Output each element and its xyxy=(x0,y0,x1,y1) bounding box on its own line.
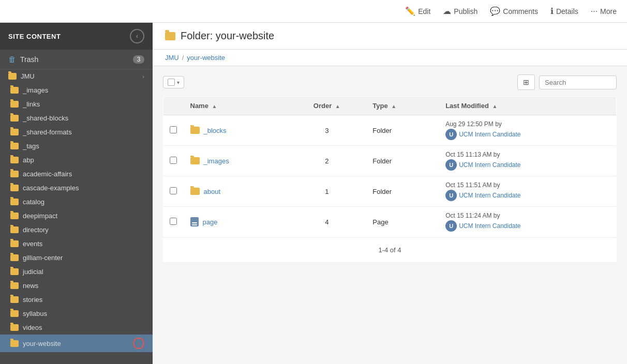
content-area: Folder: your-website JMU / your-website … xyxy=(153,23,627,364)
sidebar-header: SITE CONTENT ‹ xyxy=(0,23,153,50)
sidebar-label-directory: directory xyxy=(23,226,144,234)
sidebar-item-_links[interactable]: _links xyxy=(0,97,153,111)
sidebar-collapse-button[interactable]: ‹ xyxy=(130,29,144,43)
row-modified-about: Oct 15 11:51 AM byUUCM Intern Candidate xyxy=(439,176,616,207)
view-toggle-button[interactable]: ⊞ xyxy=(517,74,535,90)
row-modified-user-_images: UUCM Intern Candidate xyxy=(445,159,610,171)
sidebar-label-_tags: _tags xyxy=(23,142,144,150)
col-order[interactable]: Order ▲ xyxy=(287,97,366,115)
row-checkbox-page[interactable] xyxy=(170,218,177,225)
publish-icon: ☁ xyxy=(443,6,451,16)
more-action[interactable]: ··· More xyxy=(591,7,617,16)
row-checkbox-_images[interactable] xyxy=(170,157,177,164)
row-name-link-_blocks[interactable]: _blocks xyxy=(204,127,227,134)
folder-icon-videos xyxy=(10,324,19,331)
row-order-about: 1 xyxy=(287,176,366,207)
sidebar-item-jmu[interactable]: JMU › xyxy=(0,69,153,83)
trash-item[interactable]: 🗑 Trash 3 xyxy=(0,50,153,69)
col-name[interactable]: Name ▲ xyxy=(184,97,288,115)
row-name-link-page[interactable]: page xyxy=(203,218,218,226)
pagination-text: 1-4 of 4 xyxy=(378,246,401,254)
sidebar-item-events[interactable]: events xyxy=(0,237,153,251)
row-username-_blocks: UCM Intern Candidate xyxy=(459,131,520,138)
publish-action[interactable]: ☁ Publish xyxy=(443,6,477,16)
search-input[interactable] xyxy=(539,75,617,89)
sidebar-label-_links: _links xyxy=(23,100,144,108)
row-modified-user-_blocks: UUCM Intern Candidate xyxy=(445,129,610,140)
sidebar-item-_images[interactable]: _images xyxy=(0,83,153,97)
breadcrumb-path[interactable]: your-website xyxy=(187,54,225,62)
sidebar-item-cascade-examples[interactable]: cascade-examples xyxy=(0,181,153,195)
dropdown-arrow-icon: ▾ xyxy=(177,80,180,85)
sidebar-tree: _images_links_shared-blocks_shared-forma… xyxy=(0,83,153,352)
sidebar-item-judicial[interactable]: judicial xyxy=(0,265,153,279)
file-toolbar: ▾ ⊞ xyxy=(163,74,617,90)
folder-icon-judicial xyxy=(10,268,19,275)
folder-icon-news xyxy=(10,282,19,289)
folder-icon-gilliam-center xyxy=(10,254,19,261)
expand-icon-your-website[interactable]: › xyxy=(133,338,144,349)
edit-action[interactable]: ✏️ Edit xyxy=(405,6,430,16)
checkbox-all[interactable] xyxy=(168,79,175,86)
details-action[interactable]: ℹ Details xyxy=(550,6,578,16)
sidebar-title: SITE CONTENT xyxy=(8,33,61,40)
row-order-_blocks: 3 xyxy=(287,115,366,146)
sidebar-item-videos[interactable]: videos xyxy=(0,321,153,335)
sidebar-item-news[interactable]: news xyxy=(0,279,153,293)
sidebar-label-_shared-formats: _shared-formats xyxy=(23,128,144,136)
col-last-modified[interactable]: Last Modified ▲ xyxy=(439,97,616,115)
sidebar-item-directory[interactable]: directory xyxy=(0,223,153,237)
sidebar-item-stories[interactable]: stories xyxy=(0,293,153,307)
sidebar-item-syllabus[interactable]: syllabus xyxy=(0,307,153,321)
row-checkbox-_blocks[interactable] xyxy=(170,126,177,133)
folder-icon-_shared-blocks xyxy=(10,115,19,122)
breadcrumb-separator: / xyxy=(182,54,184,62)
sidebar-label-events: events xyxy=(23,240,144,248)
pagination: 1-4 of 4 xyxy=(163,237,617,262)
sidebar-label-your-website: your-website xyxy=(23,340,133,347)
publish-label: Publish xyxy=(454,7,477,16)
row-name-link-_images[interactable]: _images xyxy=(204,157,229,165)
sidebar-label-_shared-blocks: _shared-blocks xyxy=(23,114,144,122)
sidebar-item-your-website[interactable]: your-website› xyxy=(0,335,153,352)
row-page-icon-page xyxy=(190,217,199,226)
row-name-link-about[interactable]: about xyxy=(204,188,221,195)
sidebar-label-news: news xyxy=(23,282,144,290)
edit-icon: ✏️ xyxy=(405,6,415,16)
jmu-label: JMU xyxy=(21,72,142,80)
breadcrumb-root[interactable]: JMU xyxy=(165,54,179,62)
comments-label: Comments xyxy=(503,7,538,16)
comments-icon: 💬 xyxy=(490,6,500,16)
details-icon: ℹ xyxy=(550,6,554,16)
row-avatar-about: U xyxy=(445,190,457,201)
sidebar-item-catalog[interactable]: catalog xyxy=(0,195,153,209)
sidebar-item-academic-affairs[interactable]: academic-affairs xyxy=(0,167,153,181)
sort-modified-icon: ▲ xyxy=(492,103,498,109)
sidebar-item-_tags[interactable]: _tags xyxy=(0,139,153,153)
sort-order-icon: ▲ xyxy=(335,103,340,109)
col-type[interactable]: Type ▲ xyxy=(366,97,439,115)
folder-header: Folder: your-website xyxy=(153,23,627,50)
folder-icon-_images xyxy=(10,87,19,94)
sidebar-item-deepimpact[interactable]: deepimpact xyxy=(0,209,153,223)
folder-icon-abp xyxy=(10,157,19,163)
table-body: _blocks3FolderAug 29 12:50 PM byUUCM Int… xyxy=(163,115,617,237)
table-header: Name ▲ Order ▲ Type ▲ Last Modified ▲ xyxy=(163,97,617,115)
row-modified-user-page: UUCM Intern Candidate xyxy=(445,220,610,232)
sidebar-content: 🗑 Trash 3 JMU › _images_links_shared-blo… xyxy=(0,50,153,364)
row-modified-date-about: Oct 15 11:51 AM by xyxy=(445,181,610,189)
sidebar-item-_shared-blocks[interactable]: _shared-blocks xyxy=(0,111,153,125)
folder-icon-directory xyxy=(10,226,19,233)
more-label: More xyxy=(600,7,617,16)
comments-action[interactable]: 💬 Comments xyxy=(490,6,538,16)
row-order-page: 4 xyxy=(287,207,366,237)
sidebar-item-gilliam-center[interactable]: gilliam-center xyxy=(0,251,153,265)
row-checkbox-about[interactable] xyxy=(170,187,177,194)
folder-icon-stories xyxy=(10,296,19,303)
sidebar-item-abp[interactable]: abp xyxy=(0,153,153,167)
sidebar-item-_shared-formats[interactable]: _shared-formats xyxy=(0,125,153,139)
row-username-about: UCM Intern Candidate xyxy=(459,192,520,199)
checkbox-dropdown[interactable]: ▾ xyxy=(163,76,184,88)
row-avatar-_images: U xyxy=(445,159,457,171)
row-modified-_images: Oct 15 11:13 AM byUUCM Intern Candidate xyxy=(439,146,616,176)
